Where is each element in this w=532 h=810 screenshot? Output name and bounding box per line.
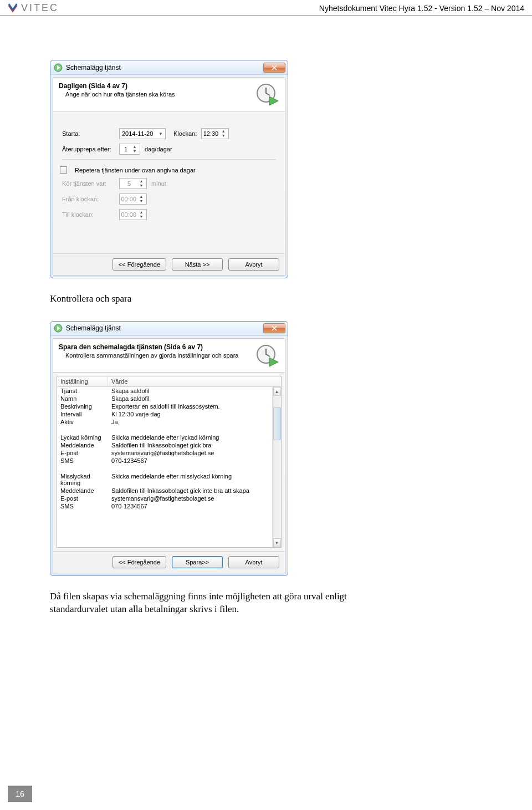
scroll-thumb[interactable] [273,407,281,440]
cancel-button[interactable]: Avbryt [228,556,279,568]
setting-value: 070-1234567 [108,457,281,465]
column-setting: Inställning [57,376,108,386]
setting-key: Beskrivning [57,403,108,410]
setting-value: Skapa saldofil [108,395,281,403]
doc-title: Nyhetsdokument Vitec Hyra 1.52 - Version… [319,4,524,13]
setting-key: E-post [57,495,108,502]
spinner-arrows-icon: ▲▼ [221,129,226,138]
wizard-buttons: << Föregående Nästa >> Avbryt [53,253,285,275]
setting-value: Saldofilen till Inkassobolaget gick bra [108,441,281,449]
setting-value: Ja [108,418,281,426]
table-row: IntervallKl 12:30 varje dag [57,410,281,418]
from-time-label: Från klockan: [62,196,115,202]
save-button[interactable]: Spara>> [172,556,223,568]
repeat-after-spinner[interactable]: 1 ▲▼ [119,144,140,155]
titlebar: Schemalägg tjänst [50,60,288,75]
start-date-picker[interactable]: 2014-11-20 ▼ [119,128,166,139]
scrollbar[interactable]: ▲ ▼ [272,387,281,547]
body-paragraph: Då filen skapas via schemaläggning finns… [50,590,405,616]
from-time-spinner[interactable]: 00:00 ▲▼ [119,193,147,205]
start-date-value: 2014-11-20 [122,130,153,137]
wizard-buttons: << Föregående Spara>> Avbryt [53,551,285,573]
run-every-spinner[interactable]: 5 ▲▼ [119,178,147,189]
window-title: Schemalägg tjänst [66,324,121,332]
clock-play-icon [255,82,279,106]
setting-value: systemansvarig@fastighetsbolaget.se [108,449,281,457]
previous-button[interactable]: << Föregående [112,556,166,568]
schedule-dialog-step6: Schemalägg tjänst Spara den schemalagda … [50,321,288,576]
table-row: Lyckad körningSkicka meddelande efter ly… [57,434,281,441]
table-row: BeskrivningExporterar en saldofil till i… [57,403,281,410]
setting-key: SMS [57,457,108,465]
schedule-dialog-step4: Schemalägg tjänst Dagligen (Sida 4 av 7)… [50,60,288,278]
to-time-spinner[interactable]: 00:00 ▲▼ [119,209,147,220]
section-heading: Kontrollera och spara [50,293,482,305]
wizard-title: Spara den schemalagda tjänsten (Sida 6 a… [59,343,238,351]
setting-key: E-post [57,449,108,457]
table-row: E-postsystemansvarig@fastighetsbolaget.s… [57,449,281,457]
table-row: NamnSkapa saldofil [57,395,281,403]
setting-value [108,465,281,472]
setting-value: Kl 12:30 varje dag [108,410,281,418]
setting-value: Saldofilen till Inkassobolaget gick inte… [108,487,281,495]
start-time-spinner[interactable]: 12:30 ▲▼ [201,128,229,139]
klockan-label: Klockan: [173,130,197,137]
window-title: Schemalägg tjänst [66,64,121,72]
next-button[interactable]: Nästa >> [172,258,223,271]
table-row: SMS070-1234567 [57,502,281,510]
setting-value: Skicka meddelande efter lyckad körning [108,434,281,441]
to-time-value: 00:00 [121,211,136,218]
from-time-value: 00:00 [121,196,136,202]
brand-logo: VITEC [8,2,59,14]
setting-value: Exporterar en saldofil till inkassosyste… [108,403,281,410]
table-row: AktivJa [57,418,281,426]
repeat-checkbox[interactable] [60,166,67,174]
setting-value: Skapa saldofil [108,387,281,395]
chevron-down-icon: ▼ [158,131,163,136]
close-icon [272,65,277,70]
setting-value: systemansvarig@fastighetsbolaget.se [108,495,281,502]
previous-button[interactable]: << Föregående [112,258,166,271]
close-button[interactable] [263,63,285,73]
table-row: SMS070-1234567 [57,457,281,465]
setting-key: Meddelande [57,441,108,449]
divider [62,159,276,160]
app-icon [54,63,63,72]
listview-body: TjänstSkapa saldofilNamnSkapa saldofilBe… [57,387,281,510]
setting-value: Skicka meddelande efter misslyckad körni… [108,472,281,487]
run-every-unit: minut [151,180,166,187]
brand-text: VITEC [21,2,59,14]
start-time-value: 12:30 [203,130,219,137]
table-row [57,465,281,472]
setting-key: Intervall [57,410,108,418]
setting-key: Aktiv [57,418,108,426]
starta-label: Starta: [62,130,115,137]
table-row: Misslyckad körningSkicka meddelande efte… [57,472,281,487]
cancel-button[interactable]: Avbryt [228,258,279,271]
repeat-after-unit: dag/dagar [145,146,172,152]
close-icon [272,325,277,331]
page-header: VITEC Nyhetsdokument Vitec Hyra 1.52 - V… [0,0,532,16]
logo-icon [8,3,18,13]
setting-key: Misslyckad körning [57,472,108,487]
wizard-subtitle: Ange när och hur ofta tjänsten ska köras [59,91,175,98]
setting-key: Namn [57,395,108,403]
table-row: E-postsystemansvarig@fastighetsbolaget.s… [57,495,281,502]
setting-key: Meddelande [57,487,108,495]
table-row [57,426,281,434]
run-every-value: 5 [122,180,136,187]
setting-key: SMS [57,502,108,510]
repeat-after-value: 1 [122,146,130,152]
close-button[interactable] [263,323,285,333]
setting-key [57,426,108,434]
table-row: TjänstSkapa saldofil [57,387,281,395]
repeat-checkbox-label: Repetera tjänsten under ovan angivna dag… [75,167,196,174]
spinner-arrows-icon: ▲▼ [132,145,137,154]
wizard-title: Dagligen (Sida 4 av 7) [59,82,175,90]
setting-key [57,465,108,472]
setting-value [108,426,281,434]
settings-listview: Inställning Värde TjänstSkapa saldofilNa… [57,376,282,548]
app-icon [54,324,63,333]
table-row: MeddelandeSaldofilen till Inkassobolaget… [57,441,281,449]
setting-key: Lyckad körning [57,434,108,441]
